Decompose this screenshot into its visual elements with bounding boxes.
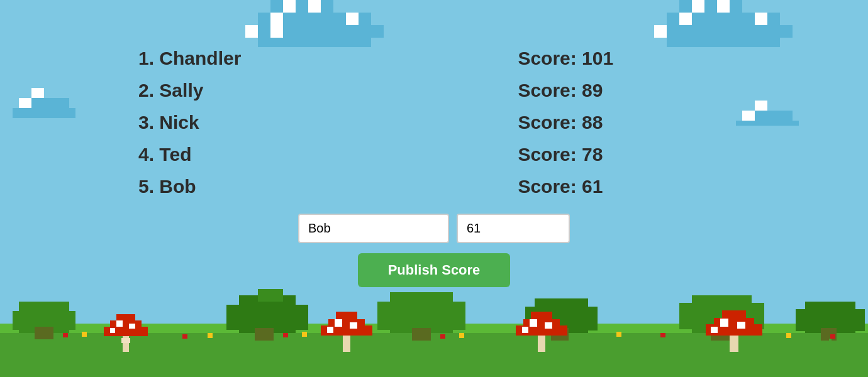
svg-rect-26 xyxy=(31,88,44,98)
svg-rect-43 xyxy=(377,302,465,330)
svg-rect-74 xyxy=(545,322,552,329)
svg-rect-18 xyxy=(692,0,704,13)
svg-rect-21 xyxy=(654,25,667,38)
svg-rect-75 xyxy=(522,327,528,333)
ground-decoration xyxy=(0,289,868,377)
svg-rect-95 xyxy=(63,333,68,337)
svg-rect-98 xyxy=(181,339,184,347)
input-row xyxy=(298,214,570,243)
svg-rect-68 xyxy=(327,327,333,333)
svg-rect-61 xyxy=(121,338,130,343)
svg-rect-82 xyxy=(711,327,718,333)
list-item: Score: 78 xyxy=(518,140,613,168)
leaderboard: 1. Chandler 2. Sally 3. Nick 4. Ted 5. B… xyxy=(138,44,613,200)
list-item: Score: 88 xyxy=(518,108,613,136)
svg-rect-4 xyxy=(245,25,384,38)
list-item: Score: 101 xyxy=(518,44,613,72)
svg-rect-3 xyxy=(258,13,371,25)
svg-rect-90 xyxy=(458,338,460,347)
svg-rect-94 xyxy=(785,338,787,347)
svg-rect-24 xyxy=(19,98,69,108)
svg-rect-102 xyxy=(439,339,442,347)
svg-rect-99 xyxy=(283,333,288,337)
svg-rect-58 xyxy=(116,320,123,327)
list-item: 5. Bob xyxy=(138,172,241,200)
svg-rect-28 xyxy=(755,101,767,111)
svg-rect-7 xyxy=(308,0,321,13)
list-item: 4. Ted xyxy=(138,140,241,168)
svg-rect-14 xyxy=(730,0,742,13)
score-input[interactable] xyxy=(457,214,570,243)
svg-rect-2 xyxy=(321,0,333,13)
publish-score-button[interactable]: Publish Score xyxy=(358,253,511,287)
svg-rect-25 xyxy=(13,108,75,118)
svg-rect-104 xyxy=(659,337,662,347)
svg-rect-97 xyxy=(182,334,187,339)
svg-rect-88 xyxy=(301,337,303,347)
list-item: Score: 61 xyxy=(518,172,613,200)
svg-rect-101 xyxy=(440,334,445,339)
svg-rect-44 xyxy=(412,328,431,341)
svg-rect-10 xyxy=(270,25,283,38)
svg-rect-39 xyxy=(226,305,308,330)
svg-rect-11 xyxy=(346,13,359,25)
svg-rect-81 xyxy=(737,322,745,329)
svg-rect-19 xyxy=(717,0,730,13)
input-area: Publish Score xyxy=(0,214,868,287)
svg-rect-93 xyxy=(786,333,791,338)
svg-rect-23 xyxy=(31,88,44,98)
svg-rect-13 xyxy=(692,0,730,13)
list-item: 2. Sally xyxy=(138,76,241,104)
svg-rect-66 xyxy=(335,319,342,327)
svg-rect-103 xyxy=(660,333,665,337)
svg-rect-12 xyxy=(679,0,692,13)
svg-rect-91 xyxy=(616,332,621,337)
svg-rect-16 xyxy=(654,25,793,38)
svg-rect-85 xyxy=(208,333,213,338)
svg-rect-105 xyxy=(830,334,835,339)
svg-rect-6 xyxy=(283,0,296,13)
svg-rect-15 xyxy=(667,13,780,25)
svg-rect-60 xyxy=(110,328,115,333)
svg-rect-32 xyxy=(742,111,755,121)
svg-rect-40 xyxy=(258,289,283,302)
svg-rect-30 xyxy=(736,121,799,126)
list-item: 1. Chandler xyxy=(138,44,241,72)
svg-rect-1 xyxy=(283,0,321,13)
svg-rect-96 xyxy=(62,337,64,347)
svg-rect-0 xyxy=(270,0,283,13)
svg-rect-84 xyxy=(81,337,83,347)
svg-rect-41 xyxy=(255,328,274,341)
svg-rect-83 xyxy=(82,332,87,337)
list-item: 3. Nick xyxy=(138,108,241,136)
scores-column: Score: 101 Score: 89 Score: 88 Score: 78… xyxy=(518,44,613,200)
names-column: 1. Chandler 2. Sally 3. Nick 4. Ted 5. B… xyxy=(138,44,241,200)
svg-rect-52 xyxy=(796,309,865,331)
svg-rect-20 xyxy=(679,13,692,25)
svg-rect-100 xyxy=(282,337,284,347)
name-input[interactable] xyxy=(298,214,449,243)
svg-rect-29 xyxy=(742,111,793,121)
svg-rect-31 xyxy=(755,101,767,111)
svg-rect-9 xyxy=(245,25,258,38)
svg-rect-37 xyxy=(35,327,53,339)
game-scene: 1. Chandler 2. Sally 3. Nick 4. Ted 5. B… xyxy=(0,0,868,377)
svg-rect-27 xyxy=(19,98,31,108)
svg-rect-22 xyxy=(755,13,767,25)
svg-rect-89 xyxy=(459,333,464,338)
svg-rect-8 xyxy=(270,13,283,25)
svg-rect-73 xyxy=(530,319,537,327)
svg-rect-67 xyxy=(350,322,357,329)
svg-rect-92 xyxy=(615,337,618,347)
svg-rect-86 xyxy=(206,338,209,347)
svg-rect-87 xyxy=(302,332,307,337)
svg-rect-106 xyxy=(829,339,832,347)
svg-rect-59 xyxy=(129,324,135,329)
svg-rect-80 xyxy=(720,319,728,327)
svg-rect-17 xyxy=(667,38,780,47)
list-item: Score: 89 xyxy=(518,76,613,104)
